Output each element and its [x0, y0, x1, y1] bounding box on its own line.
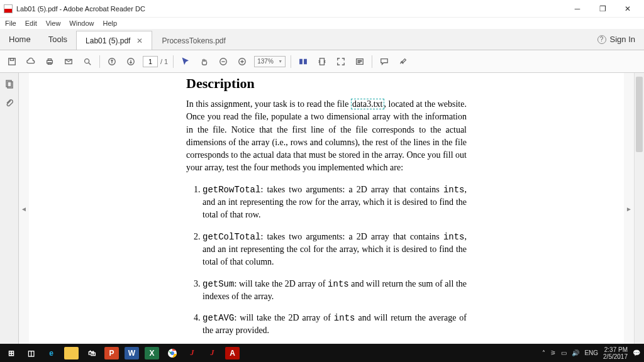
- svg-rect-0: [9, 58, 16, 65]
- document-page: Description In this assignment, your tas…: [29, 73, 624, 344]
- menu-file[interactable]: File: [5, 19, 16, 27]
- tab-other[interactable]: ProcessTokens.pdf: [152, 31, 235, 50]
- save-icon[interactable]: [5, 55, 19, 69]
- app-icon: [4, 4, 13, 13]
- scrollbar-thumb[interactable]: [636, 77, 643, 152]
- divider: [372, 55, 372, 68]
- page-total: / 1: [160, 58, 168, 65]
- acrobat-taskbar-icon[interactable]: A: [225, 347, 240, 359]
- tab-label: Lab01 (5).pdf: [86, 36, 130, 45]
- svg-rect-1: [10, 58, 13, 60]
- page-number-input[interactable]: [143, 56, 158, 67]
- zoom-value: 137%: [257, 58, 274, 65]
- tools-button[interactable]: Tools: [40, 29, 76, 50]
- edge-icon[interactable]: e: [44, 347, 58, 359]
- thumbnails-panel-icon[interactable]: [4, 79, 14, 89]
- list-item: getColTotal: takes two arguments: a 2D a…: [203, 231, 467, 269]
- divider: [291, 55, 291, 68]
- battery-icon[interactable]: ▭: [561, 349, 567, 356]
- taskbar: ⊞ ◫ e 🛍 P W X J J A ˄ ⚞ ▭ 🔊 ENG 2:37 PM …: [0, 344, 644, 362]
- lang-indicator[interactable]: ENG: [584, 349, 598, 356]
- vertical-scrollbar[interactable]: [634, 73, 644, 344]
- print-icon[interactable]: [43, 55, 57, 69]
- hand-tool-icon[interactable]: [197, 55, 211, 69]
- taskview-icon[interactable]: ◫: [24, 347, 38, 359]
- tab-active[interactable]: Lab01 (5).pdf ✕: [76, 31, 152, 50]
- menu-window[interactable]: Window: [69, 19, 94, 27]
- app-icon-j1[interactable]: J: [185, 347, 199, 359]
- search-icon[interactable]: [80, 55, 94, 69]
- wifi-icon[interactable]: ⚞: [550, 349, 556, 356]
- store-icon[interactable]: 🛍: [84, 347, 99, 359]
- powerpoint-icon[interactable]: P: [104, 347, 119, 359]
- comment-icon[interactable]: [377, 55, 391, 69]
- zoom-out-icon[interactable]: [216, 55, 230, 69]
- page-down-icon[interactable]: [124, 55, 138, 69]
- file-link[interactable]: data3.txt: [351, 99, 384, 109]
- zoom-level-select[interactable]: 137%▼: [254, 56, 286, 67]
- minimize-button[interactable]: ─: [565, 1, 590, 17]
- signin-button[interactable]: Sign In: [610, 35, 635, 44]
- selection-tool-icon[interactable]: [179, 55, 192, 69]
- fit-width-icon[interactable]: [296, 55, 310, 69]
- list-item: getAVG: will take the 2D array of ints a…: [203, 312, 467, 337]
- excel-icon[interactable]: X: [145, 347, 159, 359]
- notifications-icon[interactable]: 💬: [633, 349, 640, 356]
- volume-icon[interactable]: 🔊: [572, 349, 579, 356]
- app-icon-j2[interactable]: J: [205, 347, 219, 359]
- home-button[interactable]: Home: [0, 29, 40, 50]
- word-icon[interactable]: W: [125, 347, 139, 359]
- sign-icon[interactable]: [396, 55, 410, 69]
- intro-paragraph: In this assignment, your task is to read…: [186, 98, 467, 175]
- list-item: getSum: will take the 2D array of ints a…: [203, 278, 467, 304]
- heading-description: Description: [186, 75, 467, 92]
- close-tab-icon[interactable]: ✕: [136, 36, 143, 45]
- read-mode-icon[interactable]: [353, 55, 367, 69]
- explorer-icon[interactable]: [64, 347, 79, 359]
- tab-label: ProcessTokens.pdf: [162, 36, 225, 45]
- chrome-icon[interactable]: [165, 347, 179, 359]
- menu-help[interactable]: Help: [103, 19, 117, 27]
- divider: [99, 55, 100, 68]
- fit-page-icon[interactable]: [315, 55, 329, 69]
- clock[interactable]: 2:37 PM 2/5/2017: [603, 346, 628, 360]
- help-icon[interactable]: ?: [597, 35, 606, 44]
- list-item: getRowTotal: takes two arguments: a 2D a…: [203, 184, 467, 222]
- cloud-icon[interactable]: [24, 55, 38, 69]
- divider: [173, 55, 174, 68]
- scroll-right[interactable]: ►: [624, 73, 634, 344]
- menu-edit[interactable]: Edit: [25, 19, 37, 27]
- scroll-left[interactable]: ◄: [19, 73, 29, 344]
- svg-rect-11: [320, 58, 325, 65]
- svg-point-6: [85, 58, 89, 63]
- zoom-in-icon[interactable]: [235, 55, 249, 69]
- maximize-button[interactable]: ❐: [590, 1, 615, 17]
- menu-view[interactable]: View: [46, 19, 61, 27]
- mail-icon[interactable]: [62, 55, 75, 69]
- start-button[interactable]: ⊞: [4, 347, 18, 359]
- attachments-panel-icon[interactable]: [4, 98, 14, 108]
- tray-chevron-icon[interactable]: ˄: [542, 349, 545, 356]
- svg-rect-3: [48, 58, 51, 60]
- window-title: Lab01 (5).pdf - Adobe Acrobat Reader DC: [16, 5, 565, 13]
- page-up-icon[interactable]: [105, 55, 119, 69]
- close-window-button[interactable]: ✕: [615, 1, 640, 17]
- fullscreen-icon[interactable]: [334, 55, 348, 69]
